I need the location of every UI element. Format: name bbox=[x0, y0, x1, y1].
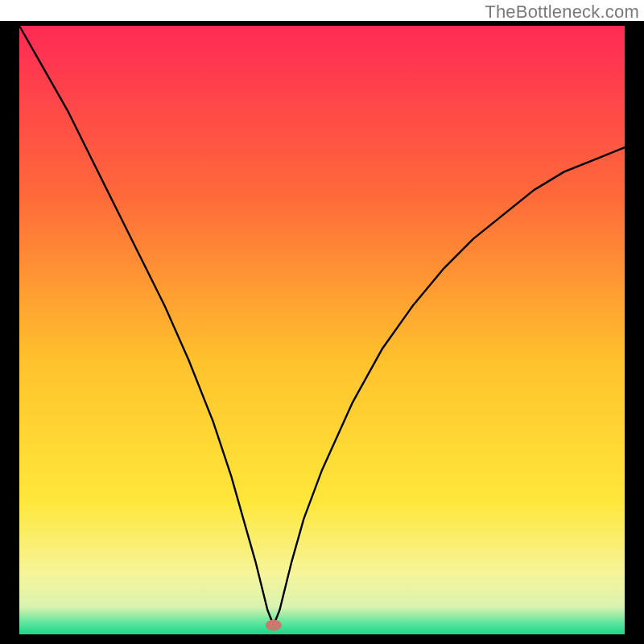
chart-container: TheBottleneck.com bbox=[0, 0, 644, 644]
bottleneck-chart bbox=[0, 0, 644, 644]
chart-plot-area bbox=[19, 26, 625, 634]
optimum-marker bbox=[266, 620, 282, 631]
watermark-text: TheBottleneck.com bbox=[485, 2, 639, 23]
